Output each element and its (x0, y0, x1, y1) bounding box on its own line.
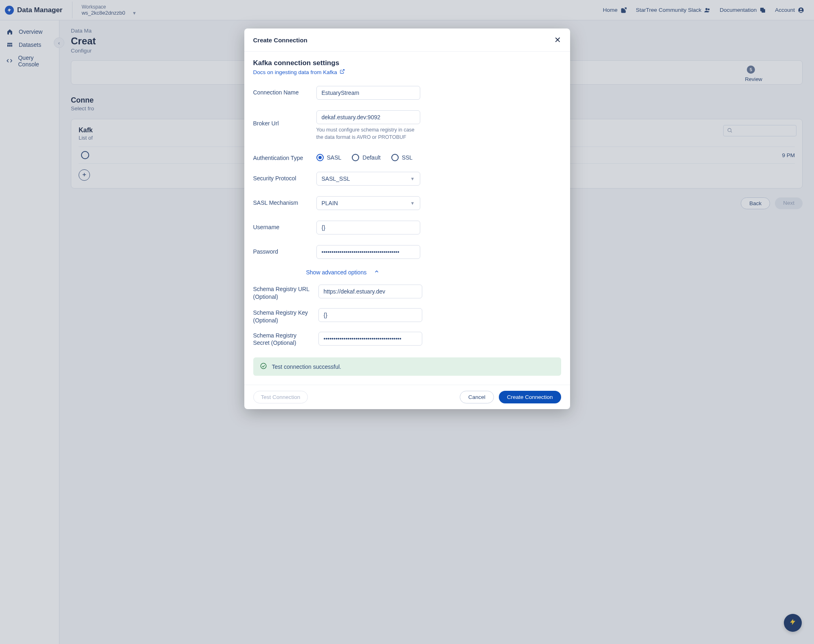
create-connection-button[interactable]: Create Connection (499, 391, 561, 403)
modal-title: Create Connection (253, 37, 307, 44)
alert-text: Test connection successful. (272, 364, 341, 370)
cancel-button[interactable]: Cancel (460, 391, 494, 403)
username-input[interactable] (316, 221, 420, 234)
connection-name-input[interactable] (316, 86, 420, 100)
label-username: Username (253, 221, 312, 230)
schema-key-input[interactable] (318, 308, 422, 322)
label-schema-url: Schema Registry URL (Optional) (253, 285, 314, 301)
auth-option-label: SASL (327, 154, 342, 161)
broker-url-hint: You must configure schema registry in ca… (316, 127, 420, 141)
sasl-mechanism-select[interactable]: PLAIN ▼ (316, 196, 420, 210)
schema-secret-input[interactable] (318, 332, 422, 346)
modal-overlay: Create Connection ✕ Kafka connection set… (0, 0, 814, 644)
chevron-down-icon: ▼ (410, 201, 415, 206)
auth-option-default[interactable]: Default (352, 154, 380, 161)
label-schema-key: Schema Registry Key (Optional) (253, 308, 314, 324)
docs-link-label: Docs on ingesting data from Kafka (253, 69, 337, 75)
schema-url-input[interactable] (318, 285, 422, 298)
test-connection-button[interactable]: Test Connection (253, 391, 308, 403)
broker-url-input[interactable] (316, 110, 420, 124)
modal-section-title: Kafka connection settings (253, 59, 561, 67)
close-button[interactable]: ✕ (554, 35, 561, 45)
select-value: SASL_SSL (322, 175, 350, 182)
external-link-icon (340, 69, 345, 75)
docs-link[interactable]: Docs on ingesting data from Kafka (253, 69, 345, 75)
create-connection-modal: Create Connection ✕ Kafka connection set… (244, 28, 570, 409)
svg-point-16 (261, 364, 266, 369)
auth-option-ssl[interactable]: SSL (391, 154, 412, 161)
label-connection-name: Connection Name (253, 86, 312, 96)
label-sasl-mechanism: SASL Mechanism (253, 196, 312, 206)
advanced-toggle-label: Show advanced options (306, 269, 367, 276)
test-success-alert: Test connection successful. (253, 357, 561, 376)
label-schema-secret: Schema Registry Secret (Optional) (253, 332, 314, 347)
chevron-up-icon (374, 269, 380, 276)
radio-icon (391, 154, 399, 161)
security-protocol-select[interactable]: SASL_SSL ▼ (316, 172, 420, 186)
auth-option-sasl[interactable]: SASL (316, 154, 342, 161)
label-security-protocol: Security Protocol (253, 172, 312, 182)
close-icon: ✕ (554, 35, 561, 44)
chevron-down-icon: ▼ (410, 176, 415, 181)
check-circle-icon (260, 362, 267, 371)
label-broker-url: Broker Url (253, 110, 312, 127)
auth-option-label: SSL (402, 154, 412, 161)
auth-option-label: Default (362, 154, 380, 161)
label-auth-type: Authentication Type (253, 151, 312, 161)
password-input[interactable] (316, 245, 420, 259)
label-password: Password (253, 245, 312, 255)
show-advanced-toggle[interactable]: Show advanced options (306, 269, 380, 276)
radio-icon (316, 154, 324, 161)
radio-icon (352, 154, 359, 161)
svg-line-15 (342, 70, 344, 72)
select-value: PLAIN (322, 200, 338, 206)
